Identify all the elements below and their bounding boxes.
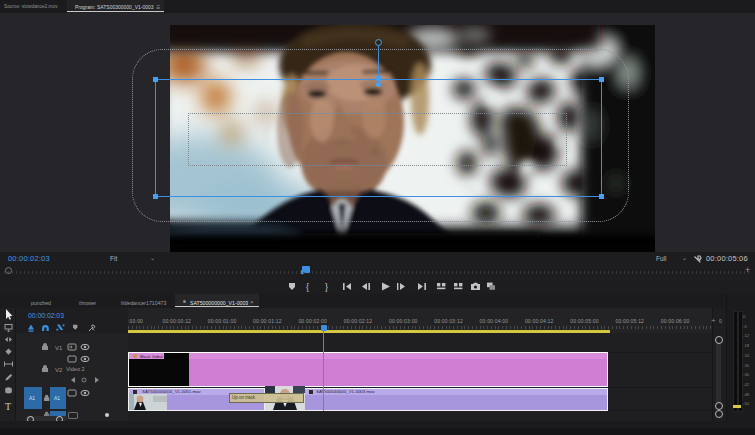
svg-text:{: { [306,282,309,292]
svg-text:V1: V1 [55,345,63,351]
svg-text:}: } [325,282,328,292]
svg-text:T: T [5,401,11,411]
svg-text:V2: V2 [55,367,63,373]
